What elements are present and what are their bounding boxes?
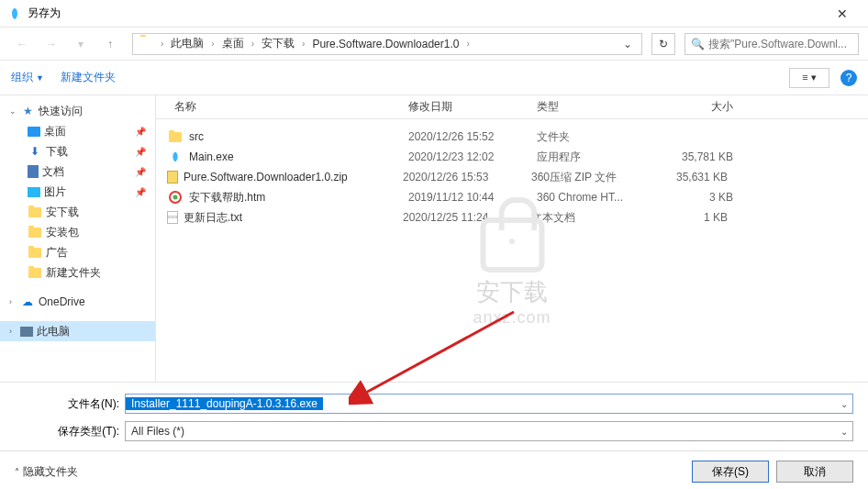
forward-button[interactable]: → <box>39 33 64 55</box>
html-icon <box>167 190 184 205</box>
pin-icon: 📌 <box>135 167 146 177</box>
file-row[interactable]: 安下载帮助.htm2019/11/12 10:44360 Chrome HT..… <box>167 187 868 207</box>
window-title: 另存为 <box>28 6 824 21</box>
hide-folders-button[interactable]: ˄隐藏文件夹 <box>15 464 78 480</box>
filename-label: 文件名(N): <box>15 396 125 412</box>
expand-icon[interactable]: › <box>9 297 20 306</box>
column-headers: 名称 修改日期 类型 大小 <box>156 95 868 119</box>
breadcrumb-item[interactable]: 安下载 <box>256 36 300 51</box>
filename-input[interactable]: Installer_1111_doupingA-1.0.3.16.exe <box>126 397 323 410</box>
sidebar-item-documents[interactable]: 文档📌 <box>0 161 155 182</box>
download-icon: ⬇ <box>28 144 42 159</box>
view-options-button[interactable]: ≡ ▾ <box>789 68 829 88</box>
address-bar[interactable]: › 此电脑 › 桌面 › 安下载 › Pure.Software.Downloa… <box>132 33 642 55</box>
breadcrumb-item[interactable]: Pure.Software.Downloader1.0 <box>306 38 464 50</box>
expand-icon[interactable]: › <box>9 327 20 336</box>
folder-icon <box>28 245 42 260</box>
filetype-field[interactable]: All Files (*) ⌄ <box>125 421 853 441</box>
filename-field[interactable]: Installer_1111_doupingA-1.0.3.16.exe ⌄ <box>125 394 853 414</box>
desktop-icon <box>28 127 40 137</box>
close-button[interactable]: ✕ <box>824 6 861 21</box>
col-date[interactable]: 修改日期 <box>401 99 529 115</box>
col-size[interactable]: 大小 <box>658 99 740 115</box>
organize-button[interactable]: 组织▼ <box>11 70 44 85</box>
pin-icon: 📌 <box>135 127 146 137</box>
collapse-icon[interactable]: ⌄ <box>9 106 20 116</box>
recent-button[interactable]: ▾ <box>68 33 94 55</box>
sidebar-onedrive[interactable]: ›☁OneDrive <box>0 292 155 312</box>
folder-icon <box>28 265 42 280</box>
chevron-right-icon: › <box>250 39 256 49</box>
cloud-icon: ☁ <box>20 295 35 309</box>
file-row[interactable]: ≡≡≡更新日志.txt2020/12/25 11:24文本文档1 KB <box>167 207 868 228</box>
breadcrumb-item[interactable]: 桌面 <box>217 36 250 51</box>
sidebar-item-folder[interactable]: 安下载 <box>0 202 155 222</box>
sidebar-item-folder[interactable]: 新建文件夹 <box>0 262 155 283</box>
divider <box>0 450 868 451</box>
sidebar-item-downloads[interactable]: ⬇下载📌 <box>0 141 155 161</box>
back-button[interactable]: ← <box>9 33 35 55</box>
chevron-right-icon: › <box>464 39 471 49</box>
folder-icon <box>28 205 42 219</box>
app-icon <box>7 6 22 21</box>
txt-icon: ≡≡≡ <box>167 211 178 224</box>
bottom-panel: 文件名(N): Installer_1111_doupingA-1.0.3.16… <box>0 382 868 489</box>
star-icon: ★ <box>20 104 35 118</box>
dropdown-button[interactable]: ⌄ <box>836 427 852 437</box>
svg-point-1 <box>173 195 178 200</box>
dropdown-button[interactable]: ⌄ <box>836 399 852 409</box>
help-button[interactable]: ? <box>840 70 857 86</box>
toolbar: 组织▼ 新建文件夹 ≡ ▾ ? <box>0 61 868 95</box>
sidebar-item-folder[interactable]: 安装包 <box>0 222 155 242</box>
picture-icon <box>28 187 40 197</box>
filetype-label: 保存类型(T): <box>15 424 125 439</box>
file-list: src2020/12/26 15:52文件夹 Main.exe2020/12/2… <box>156 119 868 382</box>
exe-icon <box>167 150 184 164</box>
pin-icon: 📌 <box>135 187 146 197</box>
folder-icon <box>28 225 42 239</box>
sidebar-item-pictures[interactable]: 图片📌 <box>0 182 155 202</box>
pin-icon: 📌 <box>135 147 146 157</box>
document-icon <box>28 165 39 178</box>
chevron-right-icon: › <box>159 39 165 49</box>
filetype-value: All Files (*) <box>126 425 836 438</box>
new-folder-button[interactable]: 新建文件夹 <box>61 70 116 85</box>
sidebar-item-desktop[interactable]: 桌面📌 <box>0 121 155 141</box>
quick-access[interactable]: ⌄ ★ 快速访问 <box>0 101 155 121</box>
col-type[interactable]: 类型 <box>529 99 658 115</box>
folder-icon <box>140 37 155 51</box>
watermark: 安下载 anxz.com <box>473 217 551 328</box>
title-bar: 另存为 ✕ <box>0 0 868 28</box>
chevron-right-icon: › <box>300 39 306 49</box>
sidebar-item-folder[interactable]: 广告 <box>0 242 155 262</box>
folder-icon <box>167 129 184 144</box>
search-icon: 🔍 <box>691 38 705 50</box>
file-row[interactable]: Main.exe2020/12/23 12:02应用程序35,781 KB <box>167 147 868 167</box>
col-name[interactable]: 名称 <box>167 99 401 115</box>
search-input[interactable] <box>708 38 852 50</box>
breadcrumb-item[interactable]: 此电脑 <box>165 36 209 51</box>
zip-icon <box>167 171 178 183</box>
file-row[interactable]: Pure.Software.Downloader1.0.zip2020/12/2… <box>167 167 868 187</box>
save-button[interactable]: 保存(S) <box>692 461 769 483</box>
chevron-right-icon: › <box>209 39 216 49</box>
file-pane: 名称 修改日期 类型 大小 src2020/12/26 15:52文件夹 Mai… <box>156 95 868 382</box>
nav-bar: ← → ▾ ↑ › 此电脑 › 桌面 › 安下载 › Pure.Software… <box>0 28 868 61</box>
file-row[interactable]: src2020/12/26 15:52文件夹 <box>167 127 868 147</box>
search-box[interactable]: 🔍 <box>684 33 859 55</box>
pc-icon <box>20 327 33 337</box>
up-button[interactable]: ↑ <box>97 33 123 55</box>
sidebar: ⌄ ★ 快速访问 桌面📌 ⬇下载📌 文档📌 图片📌 安下载 安装包 广告 新建文… <box>0 95 156 382</box>
address-dropdown[interactable]: ⌄ <box>618 38 638 50</box>
tree-label: 快速访问 <box>39 104 83 119</box>
refresh-button[interactable]: ↻ <box>651 33 675 55</box>
sidebar-this-pc[interactable]: ›此电脑 <box>0 321 155 341</box>
cancel-button[interactable]: 取消 <box>776 461 853 483</box>
chevron-up-icon: ˄ <box>15 467 19 477</box>
